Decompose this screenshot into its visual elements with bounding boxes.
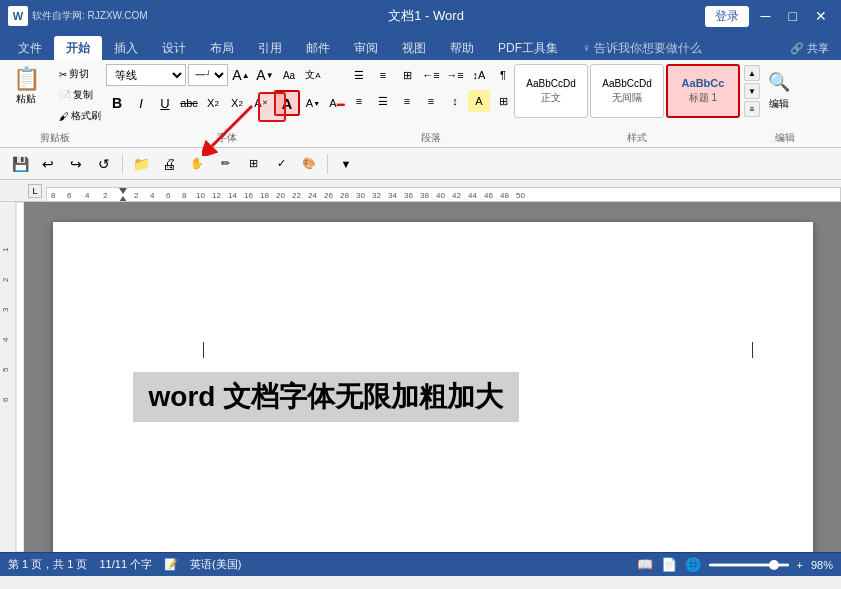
- paste-label: 粘贴: [16, 92, 36, 106]
- scissors-icon: ✂: [59, 69, 67, 80]
- multilevel-button[interactable]: ⊞: [396, 64, 418, 86]
- qa-more-button[interactable]: ▼: [334, 152, 358, 176]
- show-marks-button[interactable]: ¶: [492, 64, 514, 86]
- tab-help[interactable]: 帮助: [438, 36, 486, 60]
- svg-text:30: 30: [356, 191, 365, 200]
- font-family-select[interactable]: 等线: [106, 64, 186, 86]
- status-bar: 第 1 页，共 1 页 11/11 个字 📝 英语(美国) 📖 📄 🌐 + 98…: [0, 552, 841, 576]
- qa-touch-button[interactable]: ✋: [185, 152, 209, 176]
- clear-format-button[interactable]: Aa: [278, 64, 300, 86]
- qa-print-button[interactable]: 🖨: [157, 152, 181, 176]
- copy-button[interactable]: 📄 复制: [54, 85, 106, 105]
- svg-text:5: 5: [1, 367, 10, 372]
- svg-text:1: 1: [1, 247, 10, 252]
- align-right-button[interactable]: ≡: [396, 90, 418, 112]
- tab-share[interactable]: 🔗 共享: [778, 36, 841, 60]
- style-heading1[interactable]: AaBbCc 标题 1: [666, 64, 740, 118]
- font-color-dropdown[interactable]: A▬: [326, 92, 348, 114]
- line-spacing-button[interactable]: ↕: [444, 90, 466, 112]
- qa-undo-button[interactable]: ↩: [36, 152, 60, 176]
- zoom-thumb: [769, 560, 779, 570]
- svg-text:24: 24: [308, 191, 317, 200]
- main-area: 1 2 3 4 5 6 word 文档字体无限加粗加大: [0, 202, 841, 552]
- svg-text:2: 2: [134, 191, 139, 200]
- strikethrough-button[interactable]: abc: [178, 92, 200, 114]
- qa-table-button[interactable]: ⊞: [241, 152, 265, 176]
- ruler: L 8 6 4 2 2 4 6 8 10 12 14 16 18: [0, 180, 841, 202]
- italic-button[interactable]: I: [130, 92, 152, 114]
- svg-text:36: 36: [404, 191, 413, 200]
- tab-home[interactable]: 开始: [54, 36, 102, 60]
- styles-label: 样式: [514, 131, 760, 147]
- tab-insert[interactable]: 插入: [102, 36, 150, 60]
- paste-area: 📋 粘贴: [4, 64, 48, 108]
- text-highlight-button[interactable]: A▼: [302, 92, 324, 114]
- align-center-button[interactable]: ☰: [372, 90, 394, 112]
- cut-button[interactable]: ✂ 剪切: [54, 64, 106, 84]
- restore-button[interactable]: □: [783, 8, 803, 24]
- language: 英语(美国): [190, 557, 241, 572]
- subscript-button[interactable]: X2: [202, 92, 224, 114]
- view-mode-read[interactable]: 📖: [637, 557, 653, 572]
- tab-mailing[interactable]: 邮件: [294, 36, 342, 60]
- style-scroll-up[interactable]: ▲: [744, 65, 760, 81]
- editing-label: 编辑: [760, 131, 810, 147]
- phonetic-button[interactable]: 文A: [302, 64, 324, 86]
- document-text: word 文档字体无限加粗加大: [133, 372, 520, 422]
- tab-design[interactable]: 设计: [150, 36, 198, 60]
- style-normal[interactable]: AaBbCcDd 正文: [514, 64, 588, 118]
- minimize-button[interactable]: ─: [755, 8, 777, 24]
- view-mode-print[interactable]: 📄: [661, 557, 677, 572]
- title-left: W 软件自学网: RJZXW.COM: [8, 6, 148, 26]
- bold-button[interactable]: B: [106, 92, 128, 114]
- svg-text:42: 42: [452, 191, 461, 200]
- qa-save-button[interactable]: 💾: [8, 152, 32, 176]
- qa-draw-button[interactable]: ✏: [213, 152, 237, 176]
- para-row-2: ≡ ☰ ≡ ≡ ↕ A ⊞: [348, 90, 514, 112]
- sort-button[interactable]: ↕A: [468, 64, 490, 86]
- decrease-indent-button[interactable]: ←≡: [420, 64, 442, 86]
- editing-group: 🔍 编辑 编辑: [760, 64, 810, 147]
- borders-button[interactable]: ⊞: [492, 90, 514, 112]
- view-mode-web[interactable]: 🌐: [685, 557, 701, 572]
- clear-all-format-button[interactable]: A✕: [250, 92, 272, 114]
- grow-font-button[interactable]: A▲: [230, 64, 252, 86]
- tab-view[interactable]: 视图: [390, 36, 438, 60]
- qa-open-button[interactable]: 📁: [129, 152, 153, 176]
- increase-indent-button[interactable]: →≡: [444, 64, 466, 86]
- qa-redo2-button[interactable]: ↺: [92, 152, 116, 176]
- document-area[interactable]: word 文档字体无限加粗加大: [24, 202, 841, 552]
- align-left-button[interactable]: ≡: [348, 90, 370, 112]
- ruler-corner[interactable]: L: [28, 184, 46, 198]
- shrink-font-button[interactable]: A▼: [254, 64, 276, 86]
- tab-review[interactable]: 审阅: [342, 36, 390, 60]
- style-expand[interactable]: ≡: [744, 101, 760, 117]
- font-color-button[interactable]: A: [274, 90, 300, 116]
- shading-button[interactable]: A: [468, 90, 490, 112]
- tab-search[interactable]: ♀ 告诉我你想要做什么: [570, 36, 714, 60]
- close-button[interactable]: ✕: [809, 8, 833, 24]
- svg-text:12: 12: [212, 191, 221, 200]
- style-no-spacing[interactable]: AaBbCcDd 无间隔: [590, 64, 664, 118]
- style-scroll-down[interactable]: ▼: [744, 83, 760, 99]
- login-button[interactable]: 登录: [705, 6, 749, 27]
- format-painter-button[interactable]: 🖌 格式刷: [54, 106, 106, 126]
- superscript-button[interactable]: X2: [226, 92, 248, 114]
- tab-references[interactable]: 引用: [246, 36, 294, 60]
- font-size-select[interactable]: 一号: [188, 64, 228, 86]
- paste-button[interactable]: 📋 粘贴: [4, 64, 48, 108]
- zoom-slider[interactable]: [709, 563, 789, 567]
- underline-button[interactable]: U: [154, 92, 176, 114]
- qa-check-button[interactable]: ✓: [269, 152, 293, 176]
- justify-button[interactable]: ≡: [420, 90, 442, 112]
- tab-file[interactable]: 文件: [6, 36, 54, 60]
- tab-layout[interactable]: 布局: [198, 36, 246, 60]
- svg-text:6: 6: [166, 191, 171, 200]
- qa-color-button[interactable]: 🎨: [297, 152, 321, 176]
- numbering-button[interactable]: ≡: [372, 64, 394, 86]
- svg-text:50: 50: [516, 191, 525, 200]
- bullets-button[interactable]: ☰: [348, 64, 370, 86]
- tab-pdf[interactable]: PDF工具集: [486, 36, 570, 60]
- qa-redo-button[interactable]: ↪: [64, 152, 88, 176]
- find-button[interactable]: 🔍 编辑: [760, 64, 798, 118]
